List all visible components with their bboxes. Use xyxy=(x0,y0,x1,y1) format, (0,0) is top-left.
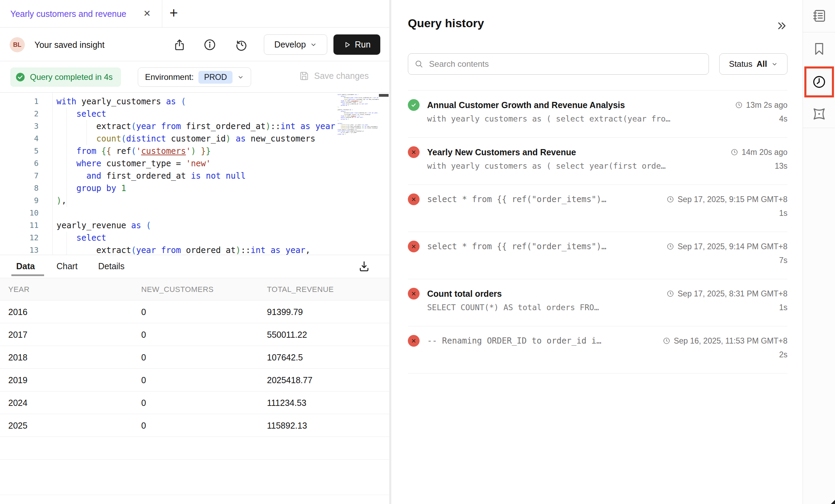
environment-dropdown[interactable]: Environment: PROD xyxy=(138,67,251,87)
download-icon[interactable] xyxy=(358,260,371,273)
corner-artifact xyxy=(831,499,835,504)
code-line-8: group by 1 xyxy=(56,182,337,195)
table-cell: 111234.53 xyxy=(267,391,306,414)
search-input-wrapper xyxy=(408,53,709,75)
query-time: 13m 2s ago xyxy=(746,101,787,110)
develop-dropdown[interactable]: Develop xyxy=(264,34,327,55)
minimap-line: order by 1 xyxy=(338,133,379,135)
rail-divider xyxy=(803,32,835,32)
query-snippet: with yearly_customers as ( select extrac… xyxy=(427,114,779,123)
table-row: 20170550011.22 xyxy=(0,323,389,346)
status-error-icon xyxy=(408,335,420,347)
new-tab-button[interactable]: + xyxy=(169,5,178,21)
line-number: 11 xyxy=(0,219,39,232)
tab-yearly-customers[interactable]: Yearly customers and revenue xyxy=(10,9,126,19)
query-history-item[interactable]: select * from {{ ref("order_items")…Sep … xyxy=(408,185,787,232)
code-line-13: extract(year from ordered_at)::int as ye… xyxy=(56,244,337,255)
indent-guide xyxy=(66,108,67,207)
query-history-item[interactable]: Yearly New Customers and Revenue14m 20s … xyxy=(408,138,787,185)
x-icon xyxy=(411,196,417,202)
line-number: 5 xyxy=(0,145,39,157)
table-cell: 2017 xyxy=(8,323,28,346)
query-time: Sep 16, 2025, 11:53 PM GMT+8 xyxy=(674,336,787,346)
status-error-icon xyxy=(408,288,420,300)
table-header-row: YEARNEW_CUSTOMERSTOTAL_REVENUE xyxy=(0,278,389,301)
table-cell: 0 xyxy=(141,369,146,391)
save-icon xyxy=(299,71,309,81)
query-duration: 4s xyxy=(779,114,787,124)
status-filter-value: All xyxy=(756,59,767,69)
x-icon xyxy=(411,243,417,250)
query-history-item[interactable]: Annual Customer Growth and Revenue Analy… xyxy=(408,91,787,138)
code-line-10 xyxy=(56,207,337,219)
x-icon xyxy=(411,338,417,344)
query-duration: 1s xyxy=(779,303,787,312)
sql-code-editor[interactable]: 12345678910111213 with yearly_customers … xyxy=(0,92,389,255)
column-header: YEAR xyxy=(8,278,30,301)
line-number-gutter: 12345678910111213 xyxy=(0,95,39,255)
table-cell: 115892.13 xyxy=(267,414,307,437)
query-snippet: SELECT COUNT(*) AS total_orders FRO… xyxy=(427,303,779,312)
table-cell: 0 xyxy=(141,323,146,346)
share-icon[interactable] xyxy=(173,38,186,51)
query-history-item[interactable]: Count total ordersSep 17, 2025, 8:31 PM … xyxy=(408,279,787,326)
info-icon[interactable] xyxy=(203,38,216,51)
run-button[interactable]: Run xyxy=(333,34,380,55)
query-time: 14m 20s ago xyxy=(742,148,787,157)
notebook-icon[interactable] xyxy=(812,8,827,23)
code-line-5: from {{ ref('customers') }} xyxy=(56,145,337,157)
results-table: YEARNEW_CUSTOMERSTOTAL_REVENUE 201609139… xyxy=(0,278,389,460)
status-filter-dropdown[interactable]: Status All xyxy=(719,53,787,75)
line-number: 6 xyxy=(0,157,39,170)
active-tab-underline xyxy=(11,274,44,276)
tab-bar: Yearly customers and revenue ✕ + xyxy=(0,0,389,28)
table-cell: 107642.5 xyxy=(267,346,303,369)
indent-guide xyxy=(86,120,87,145)
line-number: 3 xyxy=(0,120,39,133)
query-history-item[interactable]: -- Renaming ORDER_ID to order_id i…Sep 1… xyxy=(408,326,787,374)
editor-minimap[interactable]: with yearly_customers as ( select extrac… xyxy=(338,94,379,254)
app-window: Yearly customers and revenue ✕ + BL Your… xyxy=(0,0,835,504)
query-duration: 7s xyxy=(779,256,787,265)
scrollbar-thumb[interactable] xyxy=(379,94,389,97)
code-lines: with yearly_customers as ( select extrac… xyxy=(56,95,337,255)
chevron-down-icon xyxy=(310,41,317,48)
chevron-down-icon xyxy=(771,61,778,67)
save-changes-label: Save changes xyxy=(314,71,369,81)
table-cell: 2025 xyxy=(8,414,28,437)
save-changes-button[interactable]: Save changes xyxy=(299,71,369,81)
tab-close-icon[interactable]: ✕ xyxy=(143,8,151,19)
version-history-icon[interactable] xyxy=(235,38,248,51)
query-duration: 1s xyxy=(779,209,787,218)
line-number: 9 xyxy=(0,195,39,207)
collapse-panel-icon[interactable] xyxy=(776,20,787,32)
bookmark-icon[interactable] xyxy=(812,41,827,56)
compass-icon[interactable] xyxy=(812,106,827,122)
history-clock-icon[interactable] xyxy=(812,74,827,90)
query-history-item[interactable]: select * from {{ ref("order_items")…Sep … xyxy=(408,232,787,279)
code-line-6: where customer_type = 'new' xyxy=(56,157,337,170)
results-panel: DataChartDetails YEARNEW_CUSTOMERSTOTAL_… xyxy=(0,255,389,255)
table-cell: 2016 xyxy=(8,301,28,323)
table-cell: 0 xyxy=(141,391,146,414)
right-icon-rail xyxy=(803,0,835,504)
editor-panel: Yearly customers and revenue ✕ + BL Your… xyxy=(0,0,389,504)
query-title: Yearly New Customers and Revenue xyxy=(427,147,730,157)
rail-divider xyxy=(803,128,835,128)
tab-data[interactable]: Data xyxy=(16,261,35,271)
line-number: 13 xyxy=(0,244,39,255)
query-time: Sep 17, 2025, 9:15 PM GMT+8 xyxy=(678,195,787,204)
search-input[interactable] xyxy=(429,59,702,69)
status-error-icon xyxy=(408,241,420,252)
x-icon xyxy=(411,149,417,155)
search-icon xyxy=(414,59,424,69)
clock-icon xyxy=(666,290,674,298)
line-number: 2 xyxy=(0,108,39,120)
table-cell: 91399.79 xyxy=(267,301,303,323)
query-completed-badge: Query completed in 4s xyxy=(10,67,121,87)
clock-icon xyxy=(730,148,739,156)
table-cell: 0 xyxy=(141,346,146,369)
tab-chart[interactable]: Chart xyxy=(56,261,78,271)
query-status-text: Query completed in 4s xyxy=(30,72,113,82)
tab-details[interactable]: Details xyxy=(98,261,124,271)
